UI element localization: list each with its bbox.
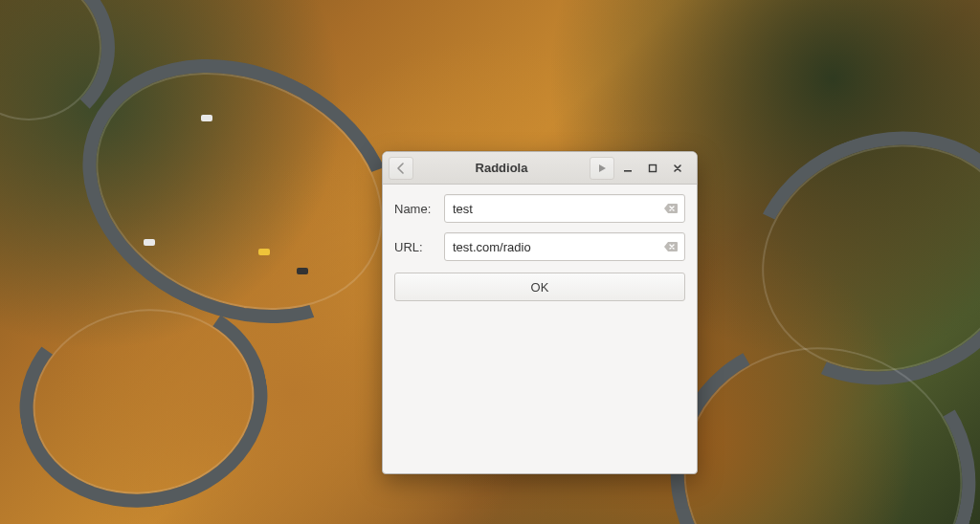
minimize-button[interactable] <box>620 161 635 176</box>
window-controls <box>618 161 691 176</box>
window-content: Name: URL: OK <box>383 185 697 473</box>
titlebar[interactable]: Raddiola <box>383 152 697 185</box>
svg-rect-1 <box>650 164 657 171</box>
clear-input-icon[interactable] <box>663 240 679 253</box>
clear-input-icon[interactable] <box>663 202 679 215</box>
url-label: URL: <box>394 240 436 254</box>
app-window: Raddiola Name: <box>382 151 698 474</box>
play-button[interactable] <box>590 157 614 180</box>
name-label: Name: <box>394 202 436 216</box>
maximize-button[interactable] <box>645 161 660 176</box>
minimize-icon <box>623 164 633 173</box>
wallpaper-decoration <box>297 268 308 274</box>
wallpaper-decoration <box>201 115 212 121</box>
svg-rect-0 <box>624 170 632 172</box>
url-input-wrapper[interactable] <box>444 232 685 261</box>
url-input[interactable] <box>453 240 677 254</box>
play-icon <box>597 164 607 173</box>
close-icon <box>673 164 682 173</box>
close-button[interactable] <box>670 161 685 176</box>
maximize-icon <box>648 164 657 173</box>
wallpaper-decoration <box>144 239 155 246</box>
name-input-wrapper[interactable] <box>444 194 685 223</box>
window-title: Raddiola <box>417 161 586 175</box>
url-row: URL: <box>394 232 685 261</box>
ok-button[interactable]: OK <box>394 273 685 301</box>
name-row: Name: <box>394 194 685 223</box>
desktop-wallpaper: Raddiola Name: <box>0 0 980 524</box>
back-button[interactable] <box>389 157 413 180</box>
ok-button-label: OK <box>531 280 549 295</box>
wallpaper-decoration <box>258 249 270 255</box>
chevron-left-icon <box>395 163 407 174</box>
name-input[interactable] <box>453 202 677 216</box>
